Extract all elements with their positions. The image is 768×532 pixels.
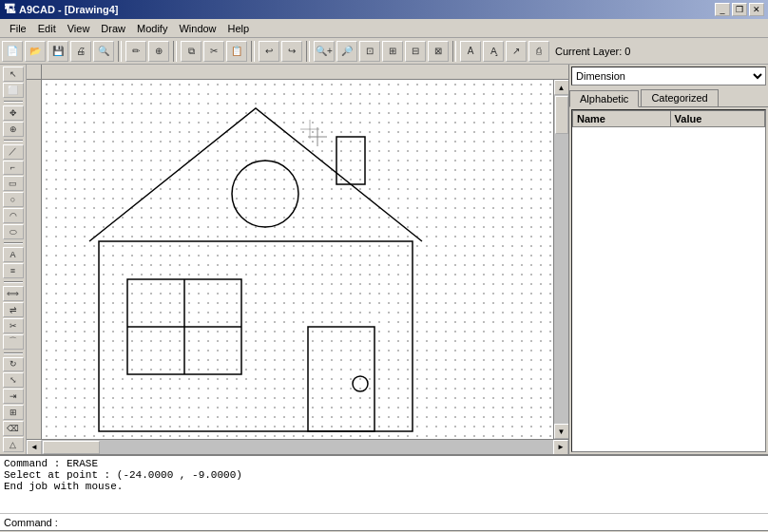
new-button[interactable]: 📄	[2, 41, 23, 62]
zoom-out-button[interactable]: 🔎	[336, 41, 357, 62]
panel-tabs: Alphabetic Categorized	[569, 87, 768, 107]
scale-tool[interactable]: ⤡	[3, 372, 24, 388]
menu-window[interactable]: Window	[173, 21, 221, 36]
console-line-1: Command : ERASE	[4, 458, 764, 469]
scroll-up-button[interactable]: ▲	[554, 80, 569, 95]
app-icon: 🏗	[4, 3, 15, 16]
menu-modify[interactable]: Modify	[131, 21, 173, 36]
restore-button[interactable]: ❒	[732, 3, 747, 16]
toolbar-separator-3	[251, 41, 255, 62]
tab-categorized[interactable]: Categorized	[641, 89, 718, 106]
main-toolbar: 📄 📂 💾 🖨 🔍 ✏ ⊕ ⧉ ✂ 📋 ↩ ↪ 🔍+ 🔎 ⊡ ⊞ ⊟ ⊠ A A…	[0, 38, 768, 65]
console-area: Command : ERASE Select at point : (-24.0…	[0, 454, 768, 530]
h-scroll-track[interactable]	[42, 440, 553, 455]
minimize-button[interactable]: _	[715, 3, 730, 16]
text-btn[interactable]: A	[460, 41, 481, 62]
svg-rect-0	[42, 65, 568, 80]
v-scroll-thumb[interactable]	[555, 96, 568, 134]
undo-button[interactable]: ↩	[259, 41, 279, 62]
paste-button[interactable]: 📋	[226, 41, 247, 62]
copy-button[interactable]: ⧉	[181, 41, 202, 62]
scroll-down-button[interactable]: ▼	[554, 424, 569, 439]
menu-view[interactable]: View	[62, 21, 96, 36]
erase-tool[interactable]: ⌫	[3, 421, 24, 436]
horizontal-scrollbar[interactable]: ◄ ►	[27, 439, 568, 454]
h-scroll-thumb[interactable]	[43, 441, 100, 454]
top-ruler	[42, 65, 568, 80]
close-button[interactable]: ✕	[749, 3, 764, 16]
snap-button[interactable]: ⊕	[148, 41, 169, 62]
snap-tool[interactable]: ⊕	[3, 122, 24, 137]
console-line-2: Select at point : (-24.0000 , -9.0000)	[4, 469, 764, 481]
leader-btn[interactable]: ↗	[506, 41, 527, 62]
dimension-dropdown[interactable]: Dimension	[571, 66, 766, 86]
toolbar-separator-1	[118, 41, 122, 62]
mirror-tool[interactable]: ⇌	[3, 302, 24, 317]
zoom-in-button[interactable]: 🔍+	[314, 41, 335, 62]
left-toolbar: ↖ ⬜ ✥ ⊕ ／ ⌐ ▭ ○ ◠ ⬭ A ≡ ⟺ ⇌ ✂ ⌒ ↻ ⤡ ⇥ ⊞ …	[0, 65, 27, 454]
v-scroll-track[interactable]	[554, 95, 569, 424]
window-controls: _ ❒ ✕	[715, 3, 764, 16]
open-button[interactable]: 📂	[25, 41, 46, 62]
lt-sep-3	[4, 242, 23, 244]
menu-help[interactable]: Help	[222, 21, 256, 36]
drawing-canvas[interactable]	[42, 80, 553, 439]
redo-button[interactable]: ↪	[281, 41, 302, 62]
lt-sep-4	[4, 281, 23, 283]
left-ruler	[27, 80, 42, 439]
lt-sep-1	[4, 101, 23, 103]
scroll-right-button[interactable]: ►	[553, 440, 568, 455]
window-title: A9CAD - [Drawing4]	[19, 4, 119, 15]
plot-btn[interactable]: ⎙	[528, 41, 549, 62]
col-value: Value	[670, 111, 764, 127]
print-button[interactable]: 🖨	[70, 41, 91, 62]
zoom-all-button[interactable]: ⊠	[428, 41, 449, 62]
main-layout: ↖ ⬜ ✥ ⊕ ／ ⌐ ▭ ○ ◠ ⬭ A ≡ ⟺ ⇌ ✂ ⌒ ↻ ⤡ ⇥ ⊞ …	[0, 65, 768, 454]
pointer-tool[interactable]: ↖	[3, 66, 24, 82]
hatch-tool[interactable]: ≡	[3, 263, 24, 278]
lt-sep-2	[4, 140, 23, 142]
console-input-label: Command :	[4, 517, 58, 528]
zoom-prev-button[interactable]: ⊟	[405, 41, 426, 62]
trim-tool[interactable]: ✂	[3, 318, 24, 333]
offset-tool[interactable]: ⇥	[3, 389, 24, 404]
lt-sep-5	[4, 352, 23, 354]
circle-tool[interactable]: ○	[3, 192, 24, 207]
arc-tool[interactable]: ◠	[3, 208, 24, 223]
zoom-fit-button[interactable]: ⊡	[359, 41, 380, 62]
drawing-canvas-area[interactable]	[42, 80, 553, 439]
canvas-row: ▲ ▼	[27, 80, 568, 439]
chamfer-tool[interactable]: △	[3, 437, 24, 452]
dimension-tool[interactable]: ⟺	[3, 286, 24, 301]
tab-alphabetic[interactable]: Alphabetic	[569, 90, 639, 107]
zoom-button[interactable]: 🔍	[93, 41, 114, 62]
vertical-scrollbar[interactable]: ▲ ▼	[553, 80, 568, 439]
cut-button[interactable]: ✂	[203, 41, 224, 62]
zoom-window-button[interactable]: ⊞	[382, 41, 403, 62]
select-box-tool[interactable]: ⬜	[3, 83, 24, 98]
save-button[interactable]: 💾	[48, 41, 68, 62]
pencil-button[interactable]: ✏	[125, 41, 146, 62]
crosshair	[308, 127, 327, 146]
toolbar-separator-5	[452, 41, 456, 62]
fillet-tool[interactable]: ⌒	[3, 334, 24, 350]
ellipse-tool[interactable]: ⬭	[3, 224, 24, 239]
scroll-left-button[interactable]: ◄	[27, 440, 42, 455]
svg-rect-1	[27, 80, 42, 439]
line-tool[interactable]: ／	[3, 144, 24, 160]
array-tool[interactable]: ⊞	[3, 405, 24, 420]
title-bar: 🏗 A9CAD - [Drawing4] _ ❒ ✕	[0, 0, 768, 19]
toolbar-separator-2	[173, 41, 177, 62]
menu-draw[interactable]: Draw	[95, 21, 131, 36]
move-pan-tool[interactable]: ✥	[3, 105, 24, 121]
menu-edit[interactable]: Edit	[32, 21, 62, 36]
menu-file[interactable]: File	[4, 21, 32, 36]
rotate-tool[interactable]: ↻	[3, 357, 24, 372]
polyline-tool[interactable]: ⌐	[3, 161, 24, 176]
text-style-btn[interactable]: A̧	[483, 41, 504, 62]
rectangle-tool[interactable]: ▭	[3, 176, 24, 191]
text-tool[interactable]: A	[3, 247, 24, 262]
title-text: 🏗 A9CAD - [Drawing4]	[4, 3, 119, 16]
toolbar-separator-4	[306, 41, 310, 62]
console-input-field[interactable]	[62, 517, 764, 528]
